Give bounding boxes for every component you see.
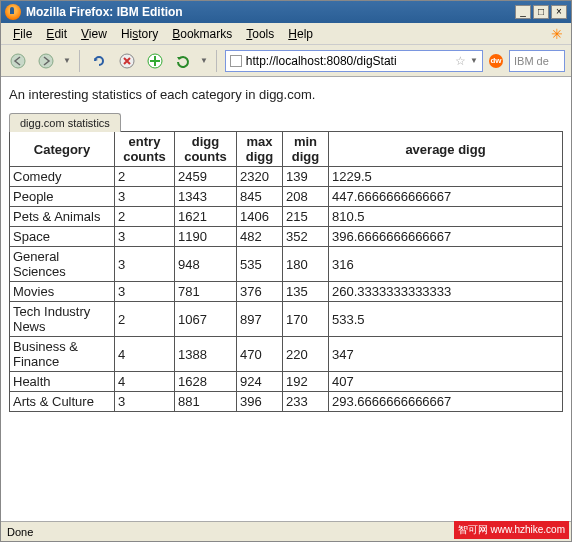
cell-cat: Space bbox=[10, 227, 115, 247]
cell-max: 897 bbox=[237, 302, 283, 337]
cell-min: 215 bbox=[283, 207, 329, 227]
cell-max: 845 bbox=[237, 187, 283, 207]
cell-cat: Arts & Culture bbox=[10, 392, 115, 412]
nav-history-dropdown-icon[interactable]: ▼ bbox=[63, 56, 71, 65]
menu-tools[interactable]: Tools bbox=[240, 25, 280, 43]
col-min-digg: min digg bbox=[283, 132, 329, 167]
tab-statistics[interactable]: digg.com statistics bbox=[9, 113, 121, 132]
menu-view[interactable]: View bbox=[75, 25, 113, 43]
page-content: An interesting statistics of each catego… bbox=[1, 77, 571, 412]
minimize-button[interactable]: _ bbox=[515, 5, 531, 19]
cell-cat: Movies bbox=[10, 282, 115, 302]
cell-min: 220 bbox=[283, 337, 329, 372]
table-row: Arts & Culture3881396233293.666666666666… bbox=[10, 392, 563, 412]
cell-avg: 293.6666666666667 bbox=[329, 392, 563, 412]
cell-avg: 260.3333333333333 bbox=[329, 282, 563, 302]
cell-cat: Business & Finance bbox=[10, 337, 115, 372]
col-category: Category bbox=[10, 132, 115, 167]
col-entry-counts: entry counts bbox=[115, 132, 175, 167]
url-input[interactable] bbox=[246, 54, 451, 68]
page-favicon-icon bbox=[230, 55, 242, 67]
menubar: File Edit View History Bookmarks Tools H… bbox=[1, 23, 571, 45]
search-box[interactable]: IBM de bbox=[509, 50, 565, 72]
window-title: Mozilla Firefox: IBM Edition bbox=[26, 5, 515, 19]
cell-entry: 3 bbox=[115, 282, 175, 302]
titlebar: Mozilla Firefox: IBM Edition _ □ × bbox=[1, 1, 571, 23]
cell-cat: Health bbox=[10, 372, 115, 392]
cell-cat: Pets & Animals bbox=[10, 207, 115, 227]
cell-min: 352 bbox=[283, 227, 329, 247]
cell-entry: 3 bbox=[115, 247, 175, 282]
cell-avg: 533.5 bbox=[329, 302, 563, 337]
cell-digg: 1343 bbox=[175, 187, 237, 207]
cell-cat: People bbox=[10, 187, 115, 207]
menu-edit[interactable]: Edit bbox=[40, 25, 73, 43]
cell-cat: General Sciences bbox=[10, 247, 115, 282]
activity-icon: ✳ bbox=[549, 26, 565, 42]
cell-entry: 3 bbox=[115, 227, 175, 247]
forward-button[interactable] bbox=[35, 50, 57, 72]
cell-avg: 396.6666666666667 bbox=[329, 227, 563, 247]
svg-point-0 bbox=[11, 54, 25, 68]
menu-history[interactable]: History bbox=[115, 25, 164, 43]
cell-entry: 2 bbox=[115, 302, 175, 337]
status-text: Done bbox=[7, 526, 33, 538]
cell-digg: 781 bbox=[175, 282, 237, 302]
table-row: Tech Industry News21067897170533.5 bbox=[10, 302, 563, 337]
cell-digg: 881 bbox=[175, 392, 237, 412]
cell-avg: 810.5 bbox=[329, 207, 563, 227]
cell-entry: 2 bbox=[115, 207, 175, 227]
table-row: General Sciences3948535180316 bbox=[10, 247, 563, 282]
table-row: Comedy2245923201391229.5 bbox=[10, 167, 563, 187]
cell-max: 396 bbox=[237, 392, 283, 412]
col-max-digg: max digg bbox=[237, 132, 283, 167]
dropdown-icon[interactable]: ▼ bbox=[200, 56, 208, 65]
cell-min: 170 bbox=[283, 302, 329, 337]
table-row: People31343845208447.6666666666667 bbox=[10, 187, 563, 207]
col-digg-counts: digg counts bbox=[175, 132, 237, 167]
menu-help[interactable]: Help bbox=[282, 25, 319, 43]
back-button[interactable] bbox=[7, 50, 29, 72]
toolbar: ▼ ▼ ☆ ▼ dw IBM de bbox=[1, 45, 571, 77]
cell-min: 192 bbox=[283, 372, 329, 392]
cell-max: 2320 bbox=[237, 167, 283, 187]
table-row: Health41628924192407 bbox=[10, 372, 563, 392]
dw-icon[interactable]: dw bbox=[489, 54, 503, 68]
table-row: Space31190482352396.6666666666667 bbox=[10, 227, 563, 247]
cell-max: 1406 bbox=[237, 207, 283, 227]
cell-avg: 347 bbox=[329, 337, 563, 372]
cell-max: 470 bbox=[237, 337, 283, 372]
cell-digg: 1628 bbox=[175, 372, 237, 392]
home-button[interactable] bbox=[144, 50, 166, 72]
menu-bookmarks[interactable]: Bookmarks bbox=[166, 25, 238, 43]
cell-min: 208 bbox=[283, 187, 329, 207]
cell-max: 482 bbox=[237, 227, 283, 247]
cell-digg: 1621 bbox=[175, 207, 237, 227]
menu-file[interactable]: File bbox=[7, 25, 38, 43]
cell-avg: 447.6666666666667 bbox=[329, 187, 563, 207]
url-dropdown-icon[interactable]: ▼ bbox=[470, 56, 478, 65]
cell-avg: 407 bbox=[329, 372, 563, 392]
cell-entry: 4 bbox=[115, 372, 175, 392]
cell-entry: 4 bbox=[115, 337, 175, 372]
cell-entry: 2 bbox=[115, 167, 175, 187]
cell-min: 135 bbox=[283, 282, 329, 302]
cell-digg: 1067 bbox=[175, 302, 237, 337]
cell-max: 376 bbox=[237, 282, 283, 302]
restore-button[interactable]: □ bbox=[533, 5, 549, 19]
close-button[interactable]: × bbox=[551, 5, 567, 19]
cell-digg: 948 bbox=[175, 247, 237, 282]
table-row: Movies3781376135260.3333333333333 bbox=[10, 282, 563, 302]
cell-max: 924 bbox=[237, 372, 283, 392]
url-bar[interactable]: ☆ ▼ bbox=[225, 50, 483, 72]
stop-button[interactable] bbox=[116, 50, 138, 72]
watermark: 智可网 www.hzhike.com bbox=[454, 521, 569, 539]
refresh-alt-button[interactable] bbox=[172, 50, 194, 72]
cell-entry: 3 bbox=[115, 187, 175, 207]
svg-point-1 bbox=[39, 54, 53, 68]
cell-digg: 2459 bbox=[175, 167, 237, 187]
table-header-row: Category entry counts digg counts max di… bbox=[10, 132, 563, 167]
bookmark-star-icon[interactable]: ☆ bbox=[455, 54, 466, 68]
reload-button[interactable] bbox=[88, 50, 110, 72]
table-row: Business & Finance41388470220347 bbox=[10, 337, 563, 372]
